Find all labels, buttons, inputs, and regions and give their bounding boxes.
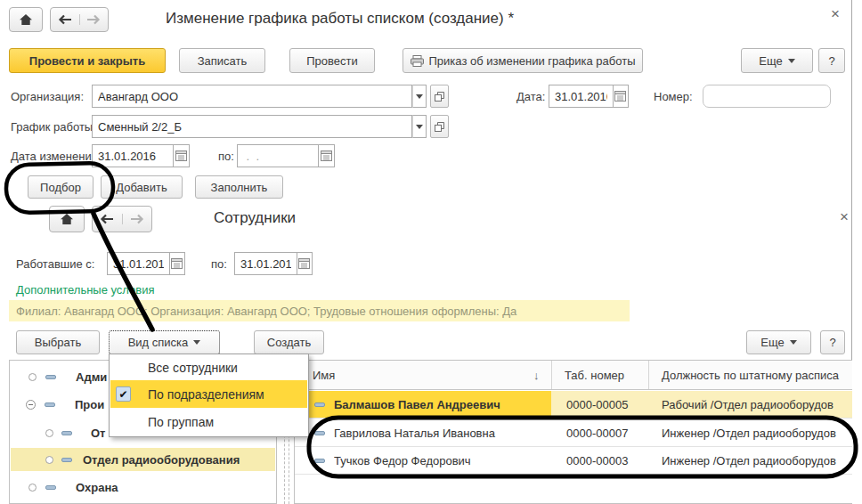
help-button[interactable]: ? <box>818 48 845 73</box>
employee-icon <box>314 459 325 463</box>
change-date-label: Дата изменения: <box>11 150 101 163</box>
worked-to-input[interactable] <box>234 252 297 275</box>
schedule-label: График работы: <box>11 120 96 134</box>
organization-label: Организация: <box>11 90 84 103</box>
number-field[interactable] <box>703 85 831 108</box>
help-button[interactable]: ? <box>820 330 845 354</box>
change-date-from-input[interactable] <box>92 144 174 167</box>
table-row[interactable]: Тучков Федор Федорович 0000-00003 Инжене… <box>295 447 852 475</box>
worked-to-field[interactable] <box>234 252 313 275</box>
more-button[interactable]: Еще <box>741 48 813 73</box>
back-icon <box>58 14 72 25</box>
list-view-menu: Все сотрудники ✔ По подразделениям По гр… <box>109 354 309 437</box>
date-input[interactable] <box>549 85 614 108</box>
tree-collapse-icon[interactable] <box>26 400 36 410</box>
employee-number: 0000-00003 <box>566 447 646 475</box>
combo-dropdown-icon[interactable] <box>412 85 427 108</box>
history-nav-group <box>50 7 109 32</box>
employee-number: 0000-00005 <box>566 391 646 419</box>
group-icon <box>45 485 56 490</box>
create-button[interactable]: Создать <box>254 330 324 354</box>
employee-icon <box>314 431 325 435</box>
window-change-schedule: Изменение графика работы списком (создан… <box>0 0 862 201</box>
check-icon: ✔ <box>116 386 131 402</box>
date-field[interactable] <box>549 85 629 108</box>
tree-expand-icon[interactable] <box>45 456 53 464</box>
post-and-close-button[interactable]: Провести и закрыть <box>9 48 166 73</box>
back-button[interactable] <box>93 214 122 224</box>
change-date-to-label: по: <box>218 150 234 163</box>
worked-to-label: по: <box>211 257 227 271</box>
back-button[interactable] <box>51 14 79 25</box>
fill-button[interactable]: Заполнить <box>195 175 283 199</box>
employee-position: Инженер /Отдел радиооборудов <box>662 447 852 475</box>
calendar-icon[interactable] <box>319 144 335 167</box>
forward-button[interactable] <box>79 14 109 25</box>
back-icon <box>100 214 114 224</box>
filter-summary-bar: Филиал: Авангард ООО; Организация: Аванг… <box>9 300 630 321</box>
group-icon <box>45 375 56 379</box>
tree-item-radio-equipment[interactable]: Отдел радиооборудования <box>11 448 275 471</box>
chevron-down-icon <box>193 340 200 348</box>
table-row[interactable]: Гаврилова Наталья Ивановна 0000-00007 Ин… <box>295 419 852 447</box>
employee-icon <box>314 402 325 407</box>
schedule-combo[interactable] <box>92 115 427 138</box>
organization-open-button[interactable] <box>430 85 449 108</box>
change-date-to-input[interactable] <box>237 144 319 167</box>
tree-expand-icon[interactable] <box>28 373 37 381</box>
sort-descending-icon[interactable]: ↓ <box>533 369 540 382</box>
home-button[interactable] <box>9 7 43 32</box>
group-icon <box>61 458 72 462</box>
column-header-position[interactable]: Должность по штатному расписа <box>662 369 839 382</box>
calendar-icon[interactable] <box>174 144 190 167</box>
close-icon[interactable]: × <box>831 8 840 20</box>
more-button[interactable]: Еще <box>746 330 811 354</box>
menu-item-by-groups[interactable]: По группам <box>110 411 307 434</box>
change-date-from-field[interactable] <box>92 144 190 167</box>
schedule-open-button[interactable] <box>430 115 449 138</box>
tree-expand-icon[interactable] <box>45 429 53 437</box>
list-view-button[interactable]: Вид списка <box>109 330 220 354</box>
select-button[interactable]: Выбрать <box>16 330 100 354</box>
schedule-input[interactable] <box>92 115 412 138</box>
employee-position: Рабочий /Отдел радиооборудов <box>662 391 852 419</box>
open-icon <box>435 122 444 132</box>
window-employees: Сотрудники × Работавшие с: по: Дополните… <box>0 201 862 504</box>
organization-combo[interactable] <box>92 85 427 108</box>
home-button[interactable] <box>49 206 85 232</box>
additional-conditions-link[interactable]: Дополнительные условия <box>16 283 155 297</box>
write-button[interactable]: Записать <box>179 48 265 73</box>
worked-from-field[interactable] <box>107 252 185 275</box>
column-header-name[interactable]: Имя <box>313 369 335 382</box>
table-row[interactable]: Балмашов Павел Андреевич 0000-00005 Рабо… <box>295 391 852 419</box>
calendar-icon[interactable] <box>297 252 313 275</box>
pick-button[interactable]: Подбор <box>28 175 94 199</box>
chevron-down-icon <box>788 59 795 67</box>
forward-icon <box>130 214 144 224</box>
tree-item-security[interactable]: Охрана <box>11 474 275 501</box>
group-icon <box>61 431 72 435</box>
change-date-to-field[interactable] <box>237 144 335 167</box>
open-icon <box>435 92 444 102</box>
employee-number: 0000-00007 <box>566 419 646 447</box>
menu-item-all-employees[interactable]: Все сотрудники <box>110 357 307 378</box>
employee-name: Гаврилова Наталья Ивановна <box>334 419 548 447</box>
menu-item-by-departments[interactable]: ✔ По подразделениям <box>110 380 307 408</box>
close-icon[interactable]: × <box>840 211 849 224</box>
forward-icon <box>86 14 101 25</box>
print-order-button[interactable]: Приказ об изменении графика работы <box>403 48 643 73</box>
home-icon <box>19 13 33 26</box>
combo-dropdown-icon[interactable] <box>412 115 427 138</box>
add-button[interactable]: Добавить <box>101 175 183 199</box>
group-icon <box>45 402 55 407</box>
forward-button[interactable] <box>122 214 152 224</box>
calendar-icon[interactable] <box>170 252 185 275</box>
number-input[interactable] <box>703 85 831 108</box>
worked-from-input[interactable] <box>107 252 170 275</box>
organization-input[interactable] <box>92 85 412 108</box>
post-button[interactable]: Провести <box>289 48 375 73</box>
home-icon <box>60 213 74 225</box>
tree-expand-icon[interactable] <box>28 484 37 492</box>
column-header-number[interactable]: Таб. номер <box>565 369 624 382</box>
calendar-icon[interactable] <box>614 85 629 108</box>
